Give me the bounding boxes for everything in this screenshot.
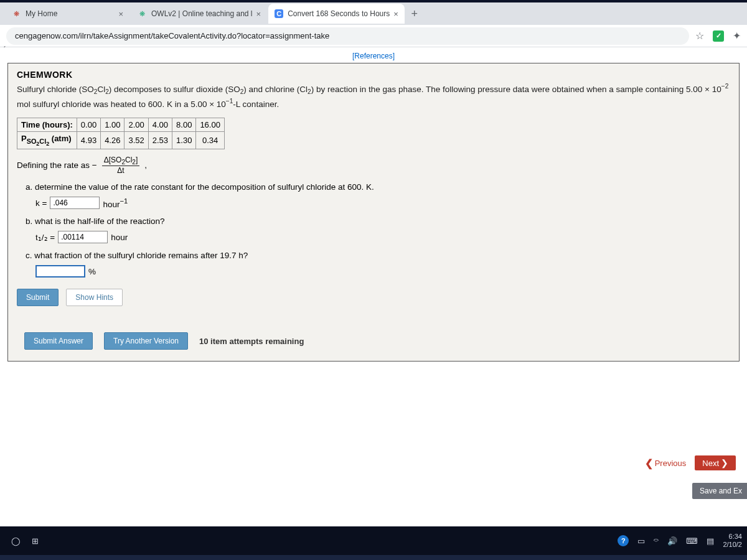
- url-text: cengagenow.com/ilrn/takeAssignment/takeC…: [15, 31, 329, 40]
- battery-icon[interactable]: ▭: [637, 536, 645, 546]
- tab-title: Convert 168 Seconds to Hours: [288, 9, 390, 18]
- question-a: a. determine the value of the rate const…: [26, 182, 730, 192]
- show-hints-button[interactable]: Show Hints: [66, 289, 123, 306]
- thalf-unit: hour: [111, 233, 128, 242]
- submit-button[interactable]: Submit: [17, 289, 59, 306]
- close-icon[interactable]: ×: [256, 9, 261, 19]
- sound-icon[interactable]: 🔊: [667, 536, 677, 546]
- question-b: b. what is the half-life of the reaction…: [26, 217, 730, 226]
- wifi-icon[interactable]: ⌔: [654, 536, 659, 546]
- task-view-icon[interactable]: ⊞: [32, 536, 39, 546]
- favicon-icon: ❋: [11, 9, 21, 19]
- cortana-icon[interactable]: ◯: [11, 536, 21, 546]
- bookmark-star-icon[interactable]: ☆: [695, 30, 704, 42]
- question-c: c. what fraction of the sulfuryl chlorid…: [26, 251, 730, 260]
- url-input[interactable]: cengagenow.com/ilrn/takeAssignment/takeC…: [6, 27, 689, 45]
- thalf-input[interactable]: [58, 231, 108, 243]
- problem-frame: CHEMWORK Sulfuryl chloride (SO2Cl2) deco…: [7, 63, 740, 362]
- fraction-input[interactable]: [35, 265, 85, 278]
- rate-definition: Defining the rate as − Δ[SO2Cl2] Δt ,: [17, 156, 730, 175]
- taskbar-clock[interactable]: 6:34 2/10/2: [723, 533, 743, 548]
- tab-owlv2[interactable]: ❋ OWLv2 | Online teaching and l ×: [131, 4, 267, 24]
- tab-my-home[interactable]: ❋ My Home ×: [5, 4, 129, 24]
- tab-convert-seconds[interactable]: C Convert 168 Seconds to Hours ×: [268, 4, 405, 24]
- previous-button[interactable]: ❮ Previous: [645, 457, 687, 469]
- attempts-remaining: 10 item attempts remaining: [199, 337, 304, 346]
- row-label: PSO2Cl2 (atm): [17, 131, 77, 149]
- table-row: PSO2Cl2 (atm) 4.93 4.26 3.52 2.53 1.30 0…: [17, 131, 225, 149]
- favicon-icon: ❋: [137, 9, 147, 19]
- tab-title: My Home: [26, 9, 115, 18]
- input-icon[interactable]: ⌨: [686, 536, 698, 546]
- chevron-right-icon: ❯: [721, 458, 728, 468]
- chemwork-heading: CHEMWORK: [17, 70, 730, 80]
- close-icon[interactable]: ×: [118, 9, 123, 19]
- percent-unit: %: [88, 267, 96, 276]
- address-bar: cengagenow.com/ilrn/takeAssignment/takeC…: [0, 25, 747, 47]
- page-content: [References] CHEMWORK Sulfuryl chloride …: [0, 47, 747, 526]
- close-icon[interactable]: ×: [393, 9, 398, 19]
- browser-tab-strip: ‹ ❋ My Home × ❋ OWLv2 | Online teaching …: [0, 2, 747, 25]
- submit-answer-button[interactable]: Submit Answer: [24, 332, 93, 350]
- new-tab-button[interactable]: +: [406, 7, 423, 21]
- extension-check-icon[interactable]: ✓: [713, 30, 724, 42]
- next-button[interactable]: Next ❯: [695, 455, 736, 470]
- references-link[interactable]: [References]: [352, 52, 395, 60]
- pressure-data-table: Time (hours): 0.00 1.00 2.00 4.00 8.00 1…: [17, 118, 225, 149]
- k-equals-label: k =: [35, 198, 47, 208]
- table-row: Time (hours): 0.00 1.00 2.00 4.00 8.00 1…: [17, 118, 225, 131]
- extensions-icon[interactable]: ✦: [733, 30, 741, 42]
- thalf-label: t₁/₂ =: [35, 232, 55, 242]
- k-input[interactable]: [50, 197, 100, 209]
- keyboard-icon[interactable]: ▤: [707, 536, 714, 546]
- row-label: Time (hours):: [17, 118, 77, 131]
- chevron-left-icon: ❮: [645, 457, 653, 469]
- tab-title: OWLv2 | Online teaching and l: [151, 9, 253, 18]
- save-and-exit-button[interactable]: Save and Ex: [692, 483, 747, 499]
- problem-statement: Sulfuryl chloride (SO2Cl2) decomposes to…: [17, 82, 730, 110]
- help-icon[interactable]: ?: [618, 535, 629, 546]
- favicon-icon: C: [275, 9, 283, 18]
- k-unit: hour−1: [103, 197, 128, 209]
- windows-taskbar: ◯ ⊞ ? ▭ ⌔ 🔊 ⌨ ▤ 6:34 2/10/2: [0, 526, 747, 555]
- try-another-button[interactable]: Try Another Version: [104, 332, 188, 350]
